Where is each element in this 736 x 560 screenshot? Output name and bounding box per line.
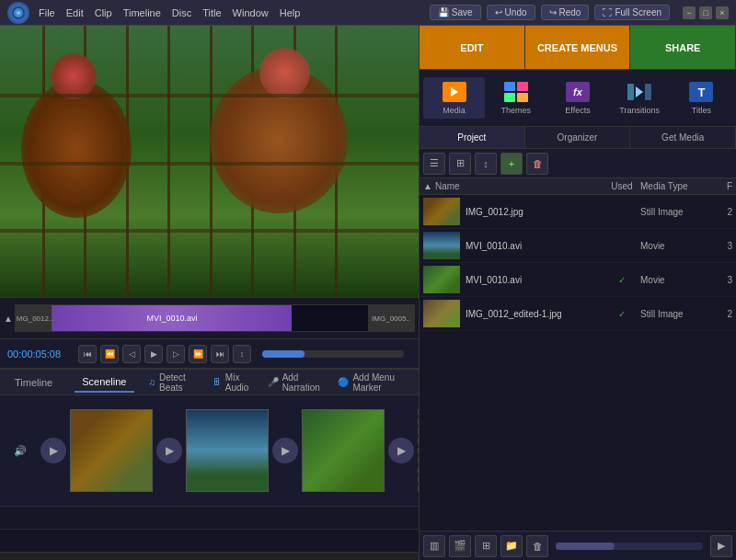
- file-name: MVI_0010.avi: [466, 241, 604, 251]
- redo-icon: ↪: [549, 7, 557, 17]
- add-menu-marker-button[interactable]: 🔵 Add Menu Marker: [338, 372, 411, 393]
- detect-beats-icon: ♫: [149, 377, 156, 387]
- menu-timeline[interactable]: Timeline: [123, 7, 161, 18]
- view-details-button[interactable]: ☰: [423, 153, 445, 175]
- prev-scene-button[interactable]: ▶: [40, 438, 66, 463]
- undo-icon: ↩: [495, 7, 502, 17]
- subtab-organizer[interactable]: Organizer: [525, 127, 631, 148]
- left-panel: ▲ IMG_0012.. MVI_0010.avi IMG_0005.. 00:…: [0, 26, 419, 560]
- menu-title[interactable]: Title: [202, 7, 221, 18]
- col-num-header[interactable]: F: [714, 181, 732, 191]
- delete-media-button[interactable]: 🗑: [526, 153, 548, 175]
- menu-clip[interactable]: Clip: [95, 7, 112, 18]
- subtab-project[interactable]: Project: [420, 127, 525, 148]
- menu-file[interactable]: File: [39, 7, 55, 18]
- tab-actions: ♫ Detect Beats 🎚 Mix Audio 🎤 Add Narrati…: [149, 372, 412, 393]
- progress-fill: [262, 350, 305, 358]
- right-scroll-bar[interactable]: [556, 543, 703, 550]
- minimize-button[interactable]: −: [683, 6, 696, 19]
- tool-transitions[interactable]: Transitions: [609, 77, 671, 119]
- step-back-button[interactable]: ⏪: [100, 345, 119, 363]
- scene-arrow-1: ▶: [156, 438, 182, 463]
- track-clip-left: IMG_0012..: [16, 305, 52, 331]
- folder-button[interactable]: 📁: [500, 535, 523, 557]
- detect-beats-button[interactable]: ♫ Detect Beats: [149, 372, 201, 393]
- view-thumbnails-button[interactable]: ⊞: [449, 153, 471, 175]
- effects-label: Effects: [565, 106, 590, 115]
- timeline-icon-button[interactable]: ▥: [423, 535, 445, 557]
- mix-audio-button[interactable]: 🎚 Mix Audio: [213, 372, 257, 393]
- tab-share[interactable]: SHARE: [630, 26, 736, 69]
- filmstrip-button[interactable]: 🎬: [449, 535, 471, 557]
- file-num: 2: [714, 309, 732, 319]
- file-row[interactable]: IMG_0012.jpg Still Image 2: [420, 195, 736, 229]
- scene-clip-1[interactable]: [70, 409, 153, 492]
- tab-sceneline[interactable]: Sceneline: [75, 372, 133, 393]
- fullscreen-button[interactable]: ⛶ Full Screen: [594, 5, 670, 20]
- next-frame-button[interactable]: ▷: [167, 345, 185, 363]
- menu-bar: File Edit Clip Timeline Disc Title Windo…: [0, 0, 736, 26]
- add-media-button[interactable]: +: [500, 153, 523, 175]
- menu-marker-icon: 🔵: [338, 377, 349, 387]
- video-preview: [0, 26, 419, 297]
- transitions-icon: [627, 81, 652, 103]
- file-num: 3: [714, 241, 732, 251]
- tool-titles[interactable]: T Titles: [671, 77, 732, 119]
- subtab-get-media[interactable]: Get Media: [630, 127, 736, 148]
- sub-tabs: Project Organizer Get Media: [420, 127, 736, 149]
- file-name: MVI_0010.avi: [466, 275, 604, 285]
- restore-button[interactable]: □: [699, 6, 712, 19]
- app-logo: [7, 2, 29, 24]
- scene-clip-3[interactable]: [302, 409, 385, 492]
- tab-timeline[interactable]: Timeline: [7, 373, 60, 392]
- scene-clip-2[interactable]: [186, 409, 269, 492]
- close-button[interactable]: ×: [716, 6, 729, 19]
- track-clip-main: MVI_0010.avi: [52, 305, 292, 331]
- redo-button[interactable]: ↪ Redo: [541, 5, 590, 20]
- tab-edit[interactable]: EDIT: [420, 26, 525, 69]
- col-name-header[interactable]: ▲ Name: [423, 181, 604, 191]
- file-num: 2: [714, 207, 732, 217]
- col-type-header[interactable]: Media Type: [640, 181, 714, 191]
- tool-themes[interactable]: Themes: [485, 77, 546, 119]
- grid-button[interactable]: ⊞: [475, 535, 497, 557]
- right-scroll-thumb: [556, 543, 615, 550]
- undo-button[interactable]: ↩ Undo: [487, 5, 535, 20]
- goto-start-button[interactable]: ⏮: [78, 345, 97, 363]
- timeline-track[interactable]: IMG_0012.. MVI_0010.avi IMG_0005..: [15, 304, 415, 332]
- tab-bar: Timeline Sceneline ♫ Detect Beats 🎚 Mix …: [0, 370, 419, 395]
- goto-end-button[interactable]: ⏭: [211, 345, 229, 363]
- window-controls: − □ ×: [683, 6, 729, 19]
- mix-audio-icon: 🎚: [213, 377, 222, 387]
- loop-button[interactable]: ↕: [233, 345, 251, 363]
- tool-effects[interactable]: fx Effects: [546, 77, 608, 119]
- file-used-check: ✓: [604, 275, 640, 285]
- menu-edit[interactable]: Edit: [66, 7, 84, 18]
- tab-create-menus[interactable]: CREATE MENUS: [525, 26, 631, 69]
- file-row[interactable]: MVI_0010.avi ✓ Movie 3: [420, 263, 736, 297]
- col-used-header[interactable]: Used: [604, 181, 640, 191]
- trash-button[interactable]: 🗑: [526, 535, 548, 557]
- menu-disc[interactable]: Disc: [172, 7, 191, 18]
- sort-indicator: ▲: [423, 181, 432, 191]
- play-button[interactable]: ▶: [144, 345, 163, 363]
- fast-forward-button[interactable]: ⏩: [189, 345, 207, 363]
- scroll-right-button[interactable]: ▶: [710, 535, 732, 557]
- scrollbar-horizontal[interactable]: [0, 552, 419, 560]
- media-toolbar: ☰ ⊞ ↕ + 🗑: [420, 149, 736, 178]
- sort-button[interactable]: ↕: [475, 153, 497, 175]
- file-num: 3: [714, 275, 732, 285]
- themes-icon: [503, 81, 529, 103]
- save-button[interactable]: 💾 Save: [430, 5, 481, 20]
- menu-help[interactable]: Help: [280, 7, 301, 18]
- narration-icon: 🎤: [268, 377, 279, 387]
- menu-window[interactable]: Window: [233, 7, 269, 18]
- progress-bar[interactable]: [262, 350, 404, 358]
- add-narration-button[interactable]: 🎤 Add Narration: [268, 372, 328, 393]
- file-type: Still Image: [640, 207, 714, 217]
- prev-frame-button[interactable]: ◁: [122, 345, 141, 363]
- file-row[interactable]: MVI_0010.avi Movie 3: [420, 229, 736, 263]
- file-row[interactable]: IMG_0012_edited-1.jpg ✓ Still Image 2: [420, 297, 736, 331]
- track-clip-right: IMG_0005..: [368, 305, 414, 331]
- tool-media[interactable]: Media: [423, 77, 485, 119]
